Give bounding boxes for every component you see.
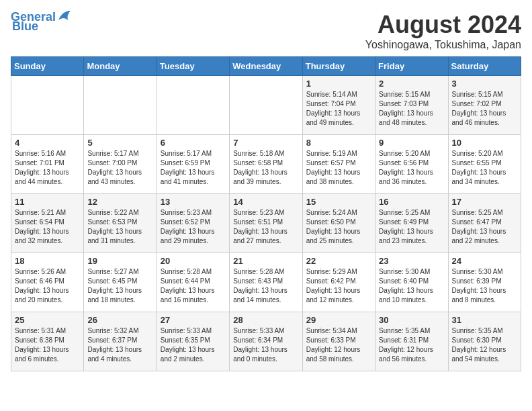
day-number: 23	[379, 256, 444, 266]
day-detail: Sunrise: 5:28 AM Sunset: 6:43 PM Dayligh…	[233, 267, 298, 305]
day-number: 4	[15, 138, 80, 148]
day-number: 3	[452, 79, 517, 89]
header-saturday: Saturday	[448, 57, 521, 76]
day-detail: Sunrise: 5:33 AM Sunset: 6:35 PM Dayligh…	[161, 326, 226, 364]
day-detail: Sunrise: 5:28 AM Sunset: 6:44 PM Dayligh…	[161, 267, 226, 305]
calendar-week-row: 1Sunrise: 5:14 AM Sunset: 7:04 PM Daylig…	[11, 76, 521, 135]
table-row: 24Sunrise: 5:30 AM Sunset: 6:39 PM Dayli…	[448, 253, 521, 312]
day-number: 28	[233, 315, 298, 325]
day-detail: Sunrise: 5:17 AM Sunset: 6:59 PM Dayligh…	[161, 149, 226, 187]
table-row: 22Sunrise: 5:29 AM Sunset: 6:42 PM Dayli…	[302, 253, 375, 312]
day-number: 17	[452, 197, 517, 207]
day-number: 18	[15, 256, 80, 266]
table-row: 13Sunrise: 5:23 AM Sunset: 6:52 PM Dayli…	[157, 194, 229, 253]
calendar-week-row: 11Sunrise: 5:21 AM Sunset: 6:54 PM Dayli…	[11, 194, 521, 253]
day-number: 10	[452, 138, 517, 148]
day-detail: Sunrise: 5:29 AM Sunset: 6:42 PM Dayligh…	[306, 267, 371, 305]
table-row: 5Sunrise: 5:17 AM Sunset: 7:00 PM Daylig…	[84, 135, 157, 194]
day-detail: Sunrise: 5:25 AM Sunset: 6:49 PM Dayligh…	[379, 208, 444, 246]
day-detail: Sunrise: 5:33 AM Sunset: 6:34 PM Dayligh…	[233, 326, 298, 364]
day-detail: Sunrise: 5:20 AM Sunset: 6:56 PM Dayligh…	[379, 149, 444, 187]
calendar-title: August 2024	[365, 11, 521, 39]
day-detail: Sunrise: 5:34 AM Sunset: 6:33 PM Dayligh…	[306, 326, 371, 364]
table-row: 3Sunrise: 5:15 AM Sunset: 7:02 PM Daylig…	[448, 76, 521, 135]
day-detail: Sunrise: 5:26 AM Sunset: 6:46 PM Dayligh…	[15, 267, 80, 305]
table-row: 28Sunrise: 5:33 AM Sunset: 6:34 PM Dayli…	[230, 312, 302, 371]
day-number: 24	[452, 256, 517, 266]
header-thursday: Thursday	[302, 57, 375, 76]
table-row	[11, 76, 84, 135]
day-detail: Sunrise: 5:20 AM Sunset: 6:55 PM Dayligh…	[452, 149, 517, 187]
day-number: 21	[233, 256, 298, 266]
table-row: 31Sunrise: 5:35 AM Sunset: 6:30 PM Dayli…	[448, 312, 521, 371]
calendar-week-row: 25Sunrise: 5:31 AM Sunset: 6:38 PM Dayli…	[11, 312, 521, 371]
header-friday: Friday	[375, 57, 448, 76]
day-number: 26	[87, 315, 152, 325]
logo-blue-text: Blue	[12, 19, 38, 33]
day-number: 20	[161, 256, 226, 266]
day-detail: Sunrise: 5:35 AM Sunset: 6:30 PM Dayligh…	[452, 326, 517, 364]
day-detail: Sunrise: 5:31 AM Sunset: 6:38 PM Dayligh…	[15, 326, 80, 364]
day-number: 27	[161, 315, 226, 325]
table-row: 7Sunrise: 5:18 AM Sunset: 6:58 PM Daylig…	[230, 135, 302, 194]
day-number: 29	[306, 315, 371, 325]
day-number: 22	[306, 256, 371, 266]
day-number: 12	[87, 197, 152, 207]
table-row: 9Sunrise: 5:20 AM Sunset: 6:56 PM Daylig…	[375, 135, 448, 194]
table-row: 8Sunrise: 5:19 AM Sunset: 6:57 PM Daylig…	[302, 135, 375, 194]
day-number: 2	[379, 79, 444, 89]
day-number: 15	[306, 197, 371, 207]
header-sunday: Sunday	[11, 57, 84, 76]
table-row: 15Sunrise: 5:24 AM Sunset: 6:50 PM Dayli…	[302, 194, 375, 253]
table-row: 6Sunrise: 5:17 AM Sunset: 6:59 PM Daylig…	[157, 135, 229, 194]
table-row: 27Sunrise: 5:33 AM Sunset: 6:35 PM Dayli…	[157, 312, 229, 371]
calendar-subtitle: Yoshinogawa, Tokushima, Japan	[365, 39, 521, 51]
day-detail: Sunrise: 5:35 AM Sunset: 6:31 PM Dayligh…	[379, 326, 444, 364]
table-row: 10Sunrise: 5:20 AM Sunset: 6:55 PM Dayli…	[448, 135, 521, 194]
day-detail: Sunrise: 5:23 AM Sunset: 6:51 PM Dayligh…	[233, 208, 298, 246]
title-block: August 2024 Yoshinogawa, Tokushima, Japa…	[365, 11, 521, 51]
day-detail: Sunrise: 5:25 AM Sunset: 6:47 PM Dayligh…	[452, 208, 517, 246]
day-number: 11	[15, 197, 80, 207]
day-detail: Sunrise: 5:15 AM Sunset: 7:03 PM Dayligh…	[379, 90, 444, 128]
calendar-week-row: 18Sunrise: 5:26 AM Sunset: 6:46 PM Dayli…	[11, 253, 521, 312]
calendar-week-row: 4Sunrise: 5:16 AM Sunset: 7:01 PM Daylig…	[11, 135, 521, 194]
day-detail: Sunrise: 5:27 AM Sunset: 6:45 PM Dayligh…	[87, 267, 152, 305]
table-row	[84, 76, 157, 135]
table-row: 14Sunrise: 5:23 AM Sunset: 6:51 PM Dayli…	[230, 194, 302, 253]
table-row: 17Sunrise: 5:25 AM Sunset: 6:47 PM Dayli…	[448, 194, 521, 253]
table-row	[157, 76, 229, 135]
table-row: 12Sunrise: 5:22 AM Sunset: 6:53 PM Dayli…	[84, 194, 157, 253]
table-row: 25Sunrise: 5:31 AM Sunset: 6:38 PM Dayli…	[11, 312, 84, 371]
table-row: 30Sunrise: 5:35 AM Sunset: 6:31 PM Dayli…	[375, 312, 448, 371]
day-number: 5	[87, 138, 152, 148]
day-number: 16	[379, 197, 444, 207]
day-number: 6	[161, 138, 226, 148]
day-number: 7	[233, 138, 298, 148]
day-detail: Sunrise: 5:30 AM Sunset: 6:39 PM Dayligh…	[452, 267, 517, 305]
day-detail: Sunrise: 5:21 AM Sunset: 6:54 PM Dayligh…	[15, 208, 80, 246]
day-detail: Sunrise: 5:18 AM Sunset: 6:58 PM Dayligh…	[233, 149, 298, 187]
calendar-table: Sunday Monday Tuesday Wednesday Thursday…	[11, 56, 521, 371]
day-number: 25	[15, 315, 80, 325]
header-tuesday: Tuesday	[157, 57, 229, 76]
day-detail: Sunrise: 5:22 AM Sunset: 6:53 PM Dayligh…	[87, 208, 152, 246]
day-number: 30	[379, 315, 444, 325]
day-detail: Sunrise: 5:19 AM Sunset: 6:57 PM Dayligh…	[306, 149, 371, 187]
table-row: 26Sunrise: 5:32 AM Sunset: 6:37 PM Dayli…	[84, 312, 157, 371]
table-row: 20Sunrise: 5:28 AM Sunset: 6:44 PM Dayli…	[157, 253, 229, 312]
day-number: 8	[306, 138, 371, 148]
table-row: 16Sunrise: 5:25 AM Sunset: 6:49 PM Dayli…	[375, 194, 448, 253]
logo-wing-icon	[57, 9, 72, 21]
day-number: 19	[87, 256, 152, 266]
table-row	[230, 76, 302, 135]
day-detail: Sunrise: 5:24 AM Sunset: 6:50 PM Dayligh…	[306, 208, 371, 246]
table-row: 4Sunrise: 5:16 AM Sunset: 7:01 PM Daylig…	[11, 135, 84, 194]
day-number: 1	[306, 79, 371, 89]
day-number: 31	[452, 315, 517, 325]
header-monday: Monday	[84, 57, 157, 76]
table-row: 2Sunrise: 5:15 AM Sunset: 7:03 PM Daylig…	[375, 76, 448, 135]
day-detail: Sunrise: 5:23 AM Sunset: 6:52 PM Dayligh…	[161, 208, 226, 246]
day-detail: Sunrise: 5:30 AM Sunset: 6:40 PM Dayligh…	[379, 267, 444, 305]
day-number: 9	[379, 138, 444, 148]
